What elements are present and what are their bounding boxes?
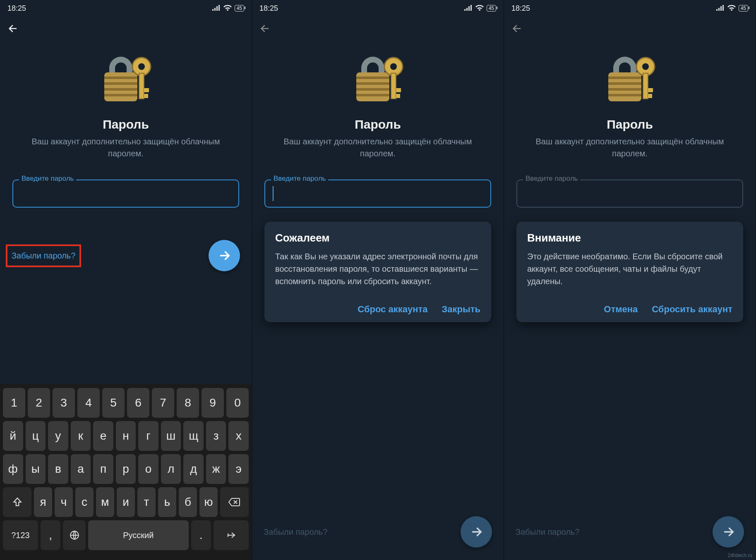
key-ж[interactable]: ж (206, 454, 226, 484)
submit-fab[interactable] (461, 516, 492, 548)
dialog-title: Внимание (527, 232, 732, 244)
forgot-password-link[interactable]: Забыли пароль? (264, 527, 327, 537)
key-в[interactable]: в (48, 454, 68, 484)
back-icon[interactable] (511, 23, 523, 34)
page-title: Пароль (607, 117, 653, 132)
key-х[interactable]: х (228, 421, 249, 451)
submit-fab[interactable] (713, 516, 744, 548)
globe-key[interactable] (63, 520, 86, 550)
hero: Пароль Ваш аккаунт дополнительно защищён… (0, 41, 252, 160)
enter-key[interactable] (214, 520, 249, 550)
key-н[interactable]: н (116, 421, 136, 451)
close-button[interactable]: Закрыть (442, 304, 480, 315)
svg-rect-15 (356, 94, 389, 96)
key-э[interactable]: э (228, 454, 249, 484)
text-caret (273, 186, 274, 201)
status-time: 18:25 (259, 4, 278, 13)
svg-rect-18 (391, 73, 396, 99)
key-м[interactable]: м (96, 487, 114, 517)
forgot-highlight-box: Забыли пароль? (6, 244, 81, 267)
shift-icon (12, 497, 23, 507)
page-title: Пароль (103, 117, 149, 132)
key-4[interactable]: 4 (77, 388, 100, 418)
status-icons: 45 (211, 5, 244, 12)
cancel-button[interactable]: Отмена (604, 304, 638, 315)
key-п[interactable]: п (93, 454, 113, 484)
comma-key[interactable]: , (41, 520, 61, 550)
reset-account-button[interactable]: Сброс аккаунта (358, 304, 427, 315)
back-icon[interactable] (7, 23, 19, 34)
key-б[interactable]: б (179, 487, 197, 517)
reset-account-button[interactable]: Сбросить аккаунт (652, 304, 732, 315)
key-8[interactable]: 8 (177, 388, 199, 418)
key-ц[interactable]: ц (26, 421, 46, 451)
key-3[interactable]: 3 (53, 388, 75, 418)
input-label: Введите пароль (271, 175, 328, 183)
shift-key[interactable] (3, 487, 31, 517)
screen-password-entry: 18:25 45 Пароль Ваш ак (0, 0, 252, 560)
forgot-password-link[interactable]: Забыли пароль? (516, 527, 579, 537)
key-щ[interactable]: щ (183, 421, 204, 451)
key-ы[interactable]: ы (26, 454, 46, 484)
key-с[interactable]: с (75, 487, 94, 517)
key-а[interactable]: а (71, 454, 91, 484)
status-time: 18:25 (511, 4, 530, 13)
space-key[interactable]: Русский (88, 520, 189, 550)
symbols-key[interactable]: ?123 (3, 520, 38, 550)
enter-icon (225, 530, 238, 540)
key-6[interactable]: 6 (127, 388, 149, 418)
key-у[interactable]: у (48, 421, 68, 451)
page-subtitle: Ваш аккаунт дополнительно защищён облачн… (270, 136, 485, 160)
key-к[interactable]: к (71, 421, 91, 451)
input-label: Введите пароль (523, 175, 580, 183)
key-е[interactable]: е (93, 421, 113, 451)
key-0[interactable]: 0 (226, 388, 249, 418)
key-и[interactable]: и (117, 487, 135, 517)
svg-rect-19 (396, 88, 401, 92)
key-д[interactable]: д (183, 454, 204, 484)
key-ю[interactable]: ю (199, 487, 218, 517)
key-5[interactable]: 5 (102, 388, 125, 418)
svg-rect-28 (643, 73, 648, 99)
wifi-icon (727, 5, 736, 12)
globe-icon (69, 530, 80, 541)
key-2[interactable]: 2 (28, 388, 50, 418)
svg-rect-8 (144, 88, 149, 92)
status-time: 18:25 (7, 4, 26, 13)
svg-point-17 (390, 63, 397, 70)
password-input[interactable] (516, 179, 743, 208)
page-subtitle: Ваш аккаунт дополнительно защищён облачн… (18, 136, 233, 160)
svg-rect-2 (104, 82, 137, 85)
key-ш[interactable]: ш (161, 421, 181, 451)
back-icon[interactable] (259, 23, 271, 34)
topbar (252, 17, 504, 41)
password-input[interactable] (264, 179, 491, 208)
battery-icon: 45 (235, 5, 244, 12)
key-7[interactable]: 7 (152, 388, 174, 418)
backspace-key[interactable] (220, 487, 249, 517)
key-о[interactable]: о (138, 454, 158, 484)
backspace-icon (228, 497, 240, 507)
period-key[interactable]: . (191, 520, 211, 550)
lock-key-icon (91, 41, 161, 112)
key-9[interactable]: 9 (202, 388, 224, 418)
key-л[interactable]: л (161, 454, 181, 484)
key-я[interactable]: я (34, 487, 52, 517)
key-й[interactable]: й (3, 421, 23, 451)
key-г[interactable]: г (138, 421, 158, 451)
key-ь[interactable]: ь (158, 487, 176, 517)
password-input[interactable] (12, 179, 239, 208)
key-ф[interactable]: ф (3, 454, 23, 484)
key-з[interactable]: з (206, 421, 226, 451)
key-р[interactable]: р (116, 454, 136, 484)
svg-rect-25 (608, 94, 641, 96)
forgot-password-link[interactable]: Забыли пароль? (12, 251, 75, 260)
submit-fab[interactable] (209, 240, 240, 271)
status-bar: 18:25 45 (504, 0, 756, 17)
key-1[interactable]: 1 (3, 388, 25, 418)
svg-point-27 (642, 63, 649, 70)
battery-icon: 45 (739, 5, 748, 12)
status-bar: 18:25 45 (252, 0, 504, 17)
key-т[interactable]: т (137, 487, 156, 517)
key-ч[interactable]: ч (55, 487, 73, 517)
